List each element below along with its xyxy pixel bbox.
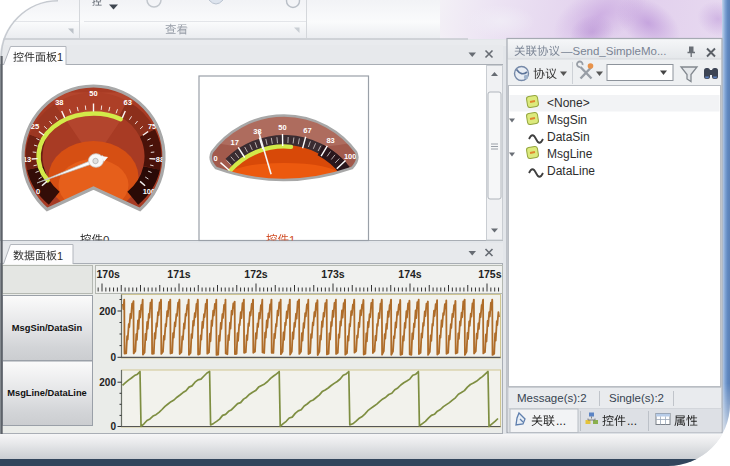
svg-text:MsgLine: MsgLine xyxy=(547,147,593,161)
svg-text:...: ... xyxy=(627,414,637,428)
svg-text:Message(s):2: Message(s):2 xyxy=(517,392,587,404)
svg-text:MsgSin: MsgSin xyxy=(547,113,587,127)
svg-text:DataLine: DataLine xyxy=(547,164,595,178)
svg-text:MsgSin/DataSin: MsgSin/DataSin xyxy=(12,323,83,333)
svg-text:200: 200 xyxy=(99,377,116,388)
svg-text:1: 1 xyxy=(57,51,63,63)
svg-text:MsgLine/DataLine: MsgLine/DataLine xyxy=(7,388,87,398)
svg-text:1: 1 xyxy=(289,234,295,246)
svg-text:173s: 173s xyxy=(321,268,345,280)
svg-text:200: 200 xyxy=(99,306,116,317)
svg-text:67: 67 xyxy=(303,126,311,135)
svg-text:33: 33 xyxy=(253,127,261,136)
svg-text:0: 0 xyxy=(36,187,40,196)
svg-text:0: 0 xyxy=(110,352,116,363)
svg-text:DataSin: DataSin xyxy=(547,130,590,144)
svg-text:174s: 174s xyxy=(398,268,422,280)
svg-text:38: 38 xyxy=(55,98,63,107)
svg-text:0: 0 xyxy=(103,234,109,246)
svg-text:1: 1 xyxy=(57,250,63,262)
svg-text:0: 0 xyxy=(110,421,116,432)
svg-text:17: 17 xyxy=(231,138,239,147)
svg-text:50: 50 xyxy=(89,89,97,98)
svg-text:172s: 172s xyxy=(244,268,268,280)
svg-text:171s: 171s xyxy=(167,268,191,280)
svg-text:—Send_SimpleMo...: —Send_SimpleMo... xyxy=(561,45,666,57)
svg-text:63: 63 xyxy=(124,98,132,107)
svg-text:50: 50 xyxy=(278,123,286,132)
svg-text:100: 100 xyxy=(344,152,357,161)
svg-text:<None>: <None> xyxy=(547,96,590,110)
svg-text:Single(s):2: Single(s):2 xyxy=(609,392,664,404)
svg-text:170s: 170s xyxy=(97,268,121,280)
svg-text:...: ... xyxy=(556,414,566,428)
svg-text:175s: 175s xyxy=(478,268,502,280)
svg-text:83: 83 xyxy=(326,136,334,145)
svg-text:0: 0 xyxy=(214,154,218,163)
